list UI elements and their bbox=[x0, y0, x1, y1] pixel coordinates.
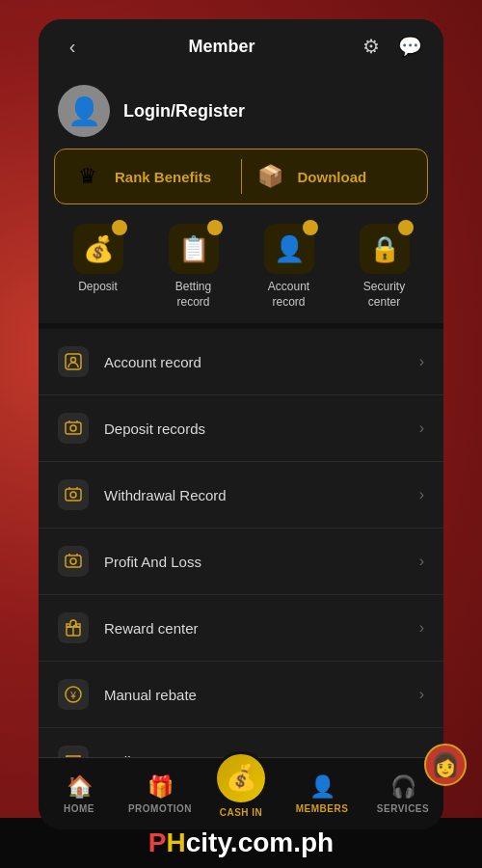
download-label: Download bbox=[298, 169, 367, 185]
reward-center-label: Reward center bbox=[104, 620, 419, 637]
manual-rebate-icon: ¥ bbox=[58, 679, 89, 710]
svg-rect-4 bbox=[66, 489, 81, 501]
quick-actions: 💰 Deposit 📋 Bettingrecord 👤 Accountrecor… bbox=[39, 216, 443, 323]
deposit-label: Deposit bbox=[78, 280, 118, 295]
withdrawal-record-chevron: › bbox=[419, 486, 424, 503]
brand-h: H bbox=[166, 827, 185, 857]
services-label: SERVICES bbox=[377, 803, 429, 814]
deposit-icon: 💰 bbox=[83, 234, 114, 264]
security-icon: 🔒 bbox=[369, 234, 400, 264]
profile-section: 👤 Login/Register bbox=[39, 73, 443, 149]
svg-point-7 bbox=[70, 558, 76, 564]
rank-bar: ♛ Rank Benefits 📦 Download bbox=[54, 149, 428, 204]
action-deposit[interactable]: 💰 Deposit bbox=[73, 224, 123, 310]
home-icon: 🏠 bbox=[67, 774, 93, 800]
main-container: ‹ Member ⚙ 💬 👤 Login/Register ♛ Rank Ben… bbox=[39, 19, 443, 829]
menu-item-reward-center[interactable]: Reward center › bbox=[39, 595, 443, 662]
promotion-icon: 🎁 bbox=[147, 774, 174, 800]
mail-chevron: › bbox=[419, 752, 424, 757]
page-title: Member bbox=[87, 37, 357, 57]
svg-point-1 bbox=[71, 358, 76, 363]
deposit-icon-wrap: 💰 bbox=[73, 224, 123, 274]
account-label: Accountrecord bbox=[268, 280, 309, 310]
menu-item-account-record[interactable]: Account record › bbox=[39, 329, 443, 395]
menu-item-profit-loss[interactable]: Profit And Loss › bbox=[39, 529, 443, 595]
security-label: Securitycenter bbox=[363, 280, 405, 310]
profile-name[interactable]: Login/Register bbox=[123, 101, 245, 122]
cashin-icon: 💰 bbox=[226, 763, 256, 793]
deposit-records-label: Deposit records bbox=[104, 420, 419, 437]
avatar-icon: 👤 bbox=[67, 95, 101, 127]
svg-point-5 bbox=[70, 492, 76, 498]
bottom-nav: 🏠 HOME 🎁 PROMOTION 💰 CASH IN 👤 MEMBERS 🎧… bbox=[39, 757, 443, 829]
reward-center-icon bbox=[58, 612, 89, 643]
deposit-records-chevron: › bbox=[419, 420, 424, 437]
nav-cashin[interactable]: 💰 CASH IN bbox=[201, 751, 281, 818]
betting-icon-wrap: 📋 bbox=[169, 224, 219, 274]
deposit-badge bbox=[112, 220, 127, 235]
nav-promotion[interactable]: 🎁 PROMOTION bbox=[120, 774, 201, 814]
mail-icon bbox=[58, 746, 89, 757]
reward-center-chevron: › bbox=[419, 619, 424, 637]
withdrawal-record-icon bbox=[58, 479, 89, 510]
profit-loss-icon bbox=[58, 546, 89, 577]
home-label: HOME bbox=[64, 803, 94, 814]
rank-icon: ♛ bbox=[70, 159, 105, 194]
security-badge bbox=[398, 220, 414, 235]
svg-rect-2 bbox=[66, 422, 81, 434]
support-avatar[interactable]: 👩 bbox=[424, 744, 467, 786]
svg-point-3 bbox=[70, 425, 76, 431]
nav-home[interactable]: 🏠 HOME bbox=[39, 774, 120, 814]
svg-text:¥: ¥ bbox=[69, 691, 76, 701]
download-item[interactable]: 📦 Download bbox=[254, 159, 413, 194]
support-icon: 👩 bbox=[431, 751, 460, 778]
settings-icon[interactable]: ⚙ bbox=[357, 35, 386, 58]
deposit-records-icon bbox=[58, 413, 89, 444]
nav-members[interactable]: 👤 MEMBERS bbox=[281, 774, 362, 814]
account-record-icon bbox=[58, 346, 89, 377]
betting-badge bbox=[207, 220, 223, 235]
account-record-chevron: › bbox=[419, 353, 424, 370]
betting-label: Bettingrecord bbox=[175, 280, 211, 310]
account-icon: 👤 bbox=[274, 234, 305, 264]
account-badge bbox=[303, 220, 318, 235]
account-icon-wrap: 👤 bbox=[264, 224, 314, 274]
download-icon: 📦 bbox=[254, 159, 288, 194]
menu-item-manual-rebate[interactable]: ¥ Manual rebate › bbox=[39, 662, 443, 728]
brand-p: P bbox=[148, 827, 167, 857]
action-account-record[interactable]: 👤 Accountrecord bbox=[264, 224, 314, 310]
menu-item-deposit-records[interactable]: Deposit records › bbox=[39, 395, 443, 462]
services-icon: 🎧 bbox=[390, 774, 416, 800]
security-icon-wrap: 🔒 bbox=[360, 224, 410, 274]
brand-city: city.com.ph bbox=[186, 827, 335, 857]
menu-item-withdrawal-record[interactable]: Withdrawal Record › bbox=[39, 462, 443, 529]
rank-divider bbox=[241, 159, 242, 194]
betting-icon: 📋 bbox=[178, 234, 209, 264]
manual-rebate-label: Manual rebate bbox=[104, 687, 419, 703]
cashin-circle: 💰 bbox=[214, 751, 268, 805]
rank-benefits-item[interactable]: ♛ Rank Benefits bbox=[70, 159, 229, 194]
back-button[interactable]: ‹ bbox=[58, 36, 87, 58]
withdrawal-record-label: Withdrawal Record bbox=[104, 487, 419, 503]
header-actions: ⚙ 💬 bbox=[357, 35, 424, 58]
message-icon[interactable]: 💬 bbox=[395, 35, 424, 58]
account-record-label: Account record bbox=[104, 354, 419, 370]
profit-loss-label: Profit And Loss bbox=[104, 554, 419, 570]
manual-rebate-chevron: › bbox=[419, 686, 424, 703]
header: ‹ Member ⚙ 💬 bbox=[39, 19, 443, 73]
promotion-label: PROMOTION bbox=[128, 803, 192, 814]
action-security-center[interactable]: 🔒 Securitycenter bbox=[360, 224, 410, 310]
svg-rect-6 bbox=[66, 556, 81, 567]
members-label: MEMBERS bbox=[296, 803, 349, 814]
profit-loss-chevron: › bbox=[419, 553, 424, 570]
brand-text: PHcity.com.ph bbox=[148, 827, 334, 858]
action-betting-record[interactable]: 📋 Bettingrecord bbox=[169, 224, 219, 310]
cashin-label: CASH IN bbox=[220, 807, 263, 818]
menu-list: Account record › Deposit records › bbox=[39, 329, 443, 757]
rank-benefits-label: Rank Benefits bbox=[115, 169, 211, 185]
avatar[interactable]: 👤 bbox=[58, 85, 110, 137]
members-icon: 👤 bbox=[309, 774, 335, 800]
